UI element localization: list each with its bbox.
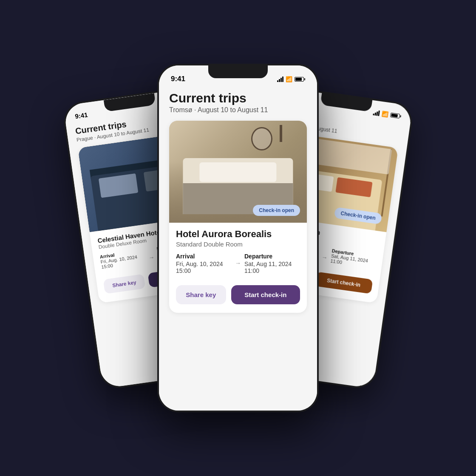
share-key-button-center[interactable]: Share key	[176, 285, 226, 304]
signal-icon-right	[373, 110, 380, 116]
signal-icon-center	[277, 76, 283, 82]
phone-center: 9:41 📶	[157, 64, 319, 412]
arrival-label-center: Arrival	[176, 253, 232, 260]
notch-center	[208, 65, 268, 78]
arrival-date-center: Fri, Aug. 10, 2024	[176, 261, 232, 267]
arrow-left: →	[147, 247, 155, 261]
button-row-center: Share key Start check-in	[169, 279, 307, 306]
content-center: Current trips Tromsø · August 10 to Augu…	[159, 87, 317, 411]
hotel-image-center: Check-in open	[169, 121, 307, 223]
departure-label-center: Departure	[244, 253, 300, 260]
trip-title-center: Current trips	[169, 91, 307, 105]
scene: 9:41 📶	[47, 47, 429, 429]
time-center: 9:41	[171, 75, 185, 83]
share-key-button-left[interactable]: Share key	[103, 274, 146, 294]
trip-subtitle-center: Tromsø · August 10 to August 11	[169, 106, 307, 114]
departure-time-center: 11:00	[244, 267, 300, 274]
start-checkin-button-center[interactable]: Start check-in	[231, 285, 300, 304]
hotel-info-center: Hotel Aurora Borealis Standard Double Ro…	[169, 223, 307, 279]
hotel-room-center: Standard Double Room	[176, 241, 300, 248]
arrow-center: →	[235, 253, 241, 266]
battery-icon-right	[390, 112, 401, 118]
status-icons-right: 📶	[373, 109, 401, 119]
status-icons-center: 📶	[277, 76, 305, 82]
arrow-right: →	[321, 247, 329, 261]
arrival-time-center: 15:00	[176, 267, 232, 274]
dates-center: Arrival Fri, Aug. 10, 2024 15:00 → Depar…	[176, 253, 300, 274]
hotel-card-center: Check-in open Hotel Aurora Borealis Stan…	[169, 121, 307, 313]
checkin-badge-center: Check-in open	[253, 205, 300, 216]
wifi-icon-right: 📶	[381, 110, 389, 118]
time-left: 9:41	[74, 111, 88, 120]
hotel-name-center: Hotel Aurora Borealis	[176, 229, 300, 240]
battery-icon-center	[295, 77, 305, 82]
wifi-icon-center: 📶	[286, 76, 292, 82]
start-checkin-button-right[interactable]: Start check-in	[314, 272, 373, 294]
departure-date-center: Sat, Aug 11, 2024	[244, 261, 300, 267]
